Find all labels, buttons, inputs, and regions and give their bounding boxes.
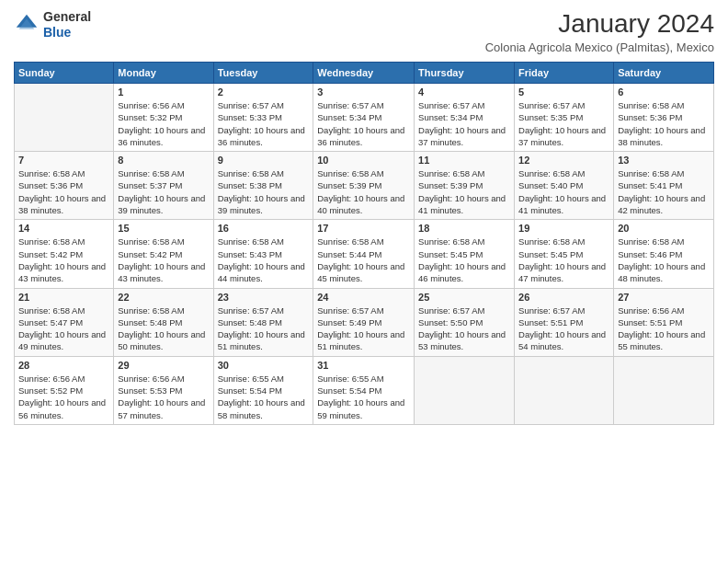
day-number: 21 [18, 292, 109, 303]
day-number: 8 [118, 155, 209, 166]
day-number: 27 [618, 292, 710, 303]
calendar-cell: 25Sunrise: 6:57 AMSunset: 5:50 PMDayligh… [415, 288, 515, 356]
calendar-cell: 24Sunrise: 6:57 AMSunset: 5:49 PMDayligh… [313, 288, 415, 356]
title-block: January 2024 Colonia Agricola Mexico (Pa… [485, 9, 714, 54]
calendar-cell: 5Sunrise: 6:57 AMSunset: 5:35 PMDaylight… [515, 84, 614, 152]
calendar-week-5: 28Sunrise: 6:56 AMSunset: 5:52 PMDayligh… [15, 356, 714, 424]
day-number: 2 [218, 86, 310, 98]
day-number: 20 [618, 223, 710, 234]
day-number: 1 [118, 86, 209, 98]
day-info: Sunrise: 6:58 AMSunset: 5:40 PMDaylight:… [518, 167, 609, 216]
calendar-cell [415, 356, 515, 424]
calendar-cell: 7Sunrise: 6:58 AMSunset: 5:36 PMDaylight… [15, 152, 114, 220]
day-number: 13 [618, 155, 710, 166]
logo: General Blue [14, 9, 91, 40]
calendar-cell: 22Sunrise: 6:58 AMSunset: 5:48 PMDayligh… [114, 288, 213, 356]
day-info: Sunrise: 6:58 AMSunset: 5:42 PMDaylight:… [18, 236, 109, 284]
calendar-cell: 21Sunrise: 6:58 AMSunset: 5:47 PMDayligh… [15, 288, 114, 356]
day-info: Sunrise: 6:57 AMSunset: 5:34 PMDaylight:… [418, 99, 510, 148]
day-info: Sunrise: 6:57 AMSunset: 5:33 PMDaylight:… [218, 99, 310, 148]
calendar-cell: 15Sunrise: 6:58 AMSunset: 5:42 PMDayligh… [114, 220, 213, 288]
day-number: 25 [418, 292, 510, 303]
day-info: Sunrise: 6:58 AMSunset: 5:42 PMDaylight:… [118, 236, 209, 284]
calendar-cell: 12Sunrise: 6:58 AMSunset: 5:40 PMDayligh… [515, 152, 614, 220]
day-number: 4 [418, 86, 510, 98]
calendar-cell: 23Sunrise: 6:57 AMSunset: 5:48 PMDayligh… [213, 288, 313, 356]
day-number: 30 [218, 360, 310, 371]
day-number: 6 [618, 86, 710, 98]
day-number: 15 [118, 223, 209, 234]
calendar-cell: 3Sunrise: 6:57 AMSunset: 5:34 PMDaylight… [313, 84, 415, 152]
logo-icon [14, 12, 40, 38]
day-number: 5 [518, 86, 609, 98]
day-number: 19 [518, 223, 609, 234]
calendar-cell: 10Sunrise: 6:58 AMSunset: 5:39 PMDayligh… [313, 152, 415, 220]
day-info: Sunrise: 6:58 AMSunset: 5:38 PMDaylight:… [218, 167, 310, 216]
calendar-cell: 6Sunrise: 6:58 AMSunset: 5:36 PMDaylight… [614, 84, 714, 152]
calendar-cell: 29Sunrise: 6:56 AMSunset: 5:53 PMDayligh… [114, 356, 213, 424]
calendar-cell: 28Sunrise: 6:56 AMSunset: 5:52 PMDayligh… [15, 356, 114, 424]
calendar-week-2: 7Sunrise: 6:58 AMSunset: 5:36 PMDaylight… [15, 152, 714, 220]
logo-blue: Blue [43, 25, 91, 40]
day-number: 14 [18, 223, 109, 234]
day-number: 3 [317, 86, 410, 98]
day-number: 18 [418, 223, 510, 234]
day-info: Sunrise: 6:57 AMSunset: 5:51 PMDaylight:… [518, 304, 609, 353]
day-info: Sunrise: 6:58 AMSunset: 5:43 PMDaylight:… [218, 236, 310, 284]
calendar-cell: 4Sunrise: 6:57 AMSunset: 5:34 PMDaylight… [415, 84, 515, 152]
day-info: Sunrise: 6:57 AMSunset: 5:35 PMDaylight:… [518, 99, 609, 148]
calendar-cell: 16Sunrise: 6:58 AMSunset: 5:43 PMDayligh… [213, 220, 313, 288]
calendar-cell: 20Sunrise: 6:58 AMSunset: 5:46 PMDayligh… [614, 220, 714, 288]
day-number: 26 [518, 292, 609, 303]
day-info: Sunrise: 6:58 AMSunset: 5:39 PMDaylight:… [317, 167, 410, 216]
calendar-cell: 1Sunrise: 6:56 AMSunset: 5:32 PMDaylight… [114, 84, 213, 152]
day-number: 28 [18, 360, 109, 371]
day-info: Sunrise: 6:55 AMSunset: 5:54 PMDaylight:… [317, 373, 410, 421]
calendar-cell [15, 84, 114, 152]
day-info: Sunrise: 6:58 AMSunset: 5:46 PMDaylight:… [618, 236, 710, 284]
calendar-cell: 18Sunrise: 6:58 AMSunset: 5:45 PMDayligh… [415, 220, 515, 288]
day-info: Sunrise: 6:58 AMSunset: 5:48 PMDaylight:… [118, 304, 209, 353]
calendar-table: SundayMondayTuesdayWednesdayThursdayFrid… [14, 62, 714, 425]
calendar-header-friday: Friday [515, 63, 614, 84]
calendar-cell: 31Sunrise: 6:55 AMSunset: 5:54 PMDayligh… [313, 356, 415, 424]
calendar-week-3: 14Sunrise: 6:58 AMSunset: 5:42 PMDayligh… [15, 220, 714, 288]
calendar-cell: 19Sunrise: 6:58 AMSunset: 5:45 PMDayligh… [515, 220, 614, 288]
calendar-cell: 17Sunrise: 6:58 AMSunset: 5:44 PMDayligh… [313, 220, 415, 288]
calendar-cell: 26Sunrise: 6:57 AMSunset: 5:51 PMDayligh… [515, 288, 614, 356]
calendar-week-4: 21Sunrise: 6:58 AMSunset: 5:47 PMDayligh… [15, 288, 714, 356]
calendar-cell: 9Sunrise: 6:58 AMSunset: 5:38 PMDaylight… [213, 152, 313, 220]
day-number: 17 [317, 223, 410, 234]
day-info: Sunrise: 6:56 AMSunset: 5:52 PMDaylight:… [18, 373, 109, 421]
day-info: Sunrise: 6:57 AMSunset: 5:50 PMDaylight:… [418, 304, 510, 353]
header: General Blue January 2024 Colonia Agrico… [14, 9, 714, 54]
day-number: 24 [317, 292, 410, 303]
day-info: Sunrise: 6:58 AMSunset: 5:45 PMDaylight:… [518, 236, 609, 284]
day-info: Sunrise: 6:58 AMSunset: 5:36 PMDaylight:… [18, 167, 109, 216]
day-info: Sunrise: 6:58 AMSunset: 5:45 PMDaylight:… [418, 236, 510, 284]
day-number: 12 [518, 155, 609, 166]
day-number: 11 [418, 155, 510, 166]
day-number: 23 [218, 292, 310, 303]
day-info: Sunrise: 6:58 AMSunset: 5:37 PMDaylight:… [118, 167, 209, 216]
day-info: Sunrise: 6:57 AMSunset: 5:48 PMDaylight:… [218, 304, 310, 353]
calendar-cell: 13Sunrise: 6:58 AMSunset: 5:41 PMDayligh… [614, 152, 714, 220]
calendar-header-tuesday: Tuesday [213, 63, 313, 84]
calendar-header-row: SundayMondayTuesdayWednesdayThursdayFrid… [15, 63, 714, 84]
calendar-cell: 30Sunrise: 6:55 AMSunset: 5:54 PMDayligh… [213, 356, 313, 424]
day-info: Sunrise: 6:58 AMSunset: 5:36 PMDaylight:… [618, 99, 710, 148]
page: General Blue January 2024 Colonia Agrico… [0, 0, 728, 563]
calendar-cell [515, 356, 614, 424]
day-info: Sunrise: 6:56 AMSunset: 5:53 PMDaylight:… [118, 373, 209, 421]
day-number: 9 [218, 155, 310, 166]
day-number: 31 [317, 360, 410, 371]
calendar-cell: 2Sunrise: 6:57 AMSunset: 5:33 PMDaylight… [213, 84, 313, 152]
day-info: Sunrise: 6:58 AMSunset: 5:47 PMDaylight:… [18, 304, 109, 353]
day-number: 29 [118, 360, 209, 371]
logo-general: General [43, 9, 91, 25]
calendar-header-saturday: Saturday [614, 63, 714, 84]
day-number: 22 [118, 292, 209, 303]
calendar-header-thursday: Thursday [415, 63, 515, 84]
calendar-header-monday: Monday [114, 63, 213, 84]
day-number: 7 [18, 155, 109, 166]
